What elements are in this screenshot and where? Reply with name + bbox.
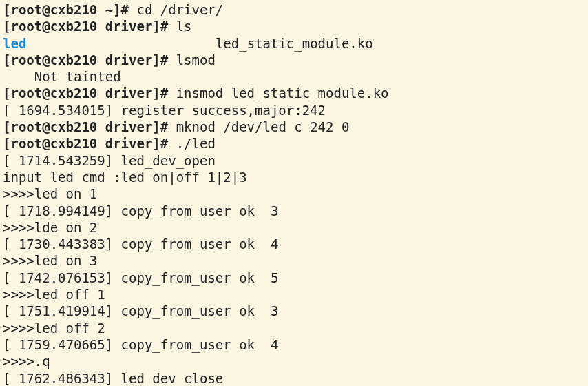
terminal-line: [ 1742.076153] copy_from_user ok 5 bbox=[3, 270, 585, 286]
terminal-line: [ 1730.443383] copy_from_user ok 4 bbox=[3, 236, 585, 252]
shell-command: mknod /dev/led c 242 0 bbox=[176, 119, 350, 134]
terminal-line: >>>>lde on 2 bbox=[3, 219, 585, 236]
ls-spacing bbox=[26, 36, 216, 51]
terminal-line: >>>>led off 2 bbox=[3, 320, 585, 336]
terminal-line: >>>>led on 3 bbox=[3, 252, 585, 269]
terminal-line: [root@cxb210 driver]# lsmod bbox=[3, 52, 585, 68]
shell-command: insmod led_static_module.ko bbox=[176, 85, 389, 101]
shell-prompt: [root@cxb210 driver]# bbox=[3, 136, 176, 151]
terminal-line: [ 1714.543259] led_dev_open bbox=[3, 152, 585, 169]
terminal-line: [ 1718.994149] copy_from_user ok 3 bbox=[3, 203, 585, 219]
terminal-line: led led_static_module.ko bbox=[3, 35, 585, 52]
terminal-line: [root@cxb210 driver]# ls bbox=[3, 18, 585, 34]
ls-entry-file: led_static_module.ko bbox=[216, 36, 373, 51]
shell-prompt: [root@cxb210 driver]# bbox=[3, 52, 176, 68]
shell-prompt: [root@cxb210 driver]# bbox=[3, 85, 176, 101]
shell-prompt: [root@cxb210 driver]# bbox=[3, 119, 176, 134]
terminal-line: input led cmd :led on|off 1|2|3 bbox=[3, 169, 585, 185]
terminal-line: [root@cxb210 driver]# mknod /dev/led c 2… bbox=[3, 119, 585, 135]
shell-prompt: [root@cxb210 driver]# bbox=[3, 19, 176, 34]
terminal-line: [ 1751.419914] copy_from_user ok 3 bbox=[3, 303, 585, 319]
shell-command: cd /driver/ bbox=[136, 2, 223, 17]
shell-command: lsmod bbox=[176, 52, 216, 68]
terminal-line: [root@cxb210 driver]# insmod led_static_… bbox=[3, 85, 585, 101]
terminal-output[interactable]: [root@cxb210 ~]# cd /driver/[root@cxb210… bbox=[0, 0, 588, 386]
shell-command: ./led bbox=[176, 136, 216, 151]
terminal-line: >>>>.q bbox=[3, 353, 585, 369]
ls-entry-dir: led bbox=[3, 36, 26, 51]
terminal-line: Not tainted bbox=[3, 68, 585, 85]
terminal-line: [ 1762.486343] led_dev_close bbox=[3, 370, 585, 386]
terminal-line: >>>>led on 1 bbox=[3, 185, 585, 202]
terminal-line: [root@cxb210 driver]# ./led bbox=[3, 135, 585, 152]
shell-prompt: [root@cxb210 ~]# bbox=[3, 2, 136, 17]
terminal-line: [ 1759.470665] copy_from_user ok 4 bbox=[3, 336, 585, 353]
shell-command: ls bbox=[176, 19, 192, 34]
terminal-line: [root@cxb210 ~]# cd /driver/ bbox=[3, 1, 585, 18]
terminal-line: >>>>led off 1 bbox=[3, 286, 585, 303]
terminal-line: [ 1694.534015] register success,major:24… bbox=[3, 102, 585, 119]
